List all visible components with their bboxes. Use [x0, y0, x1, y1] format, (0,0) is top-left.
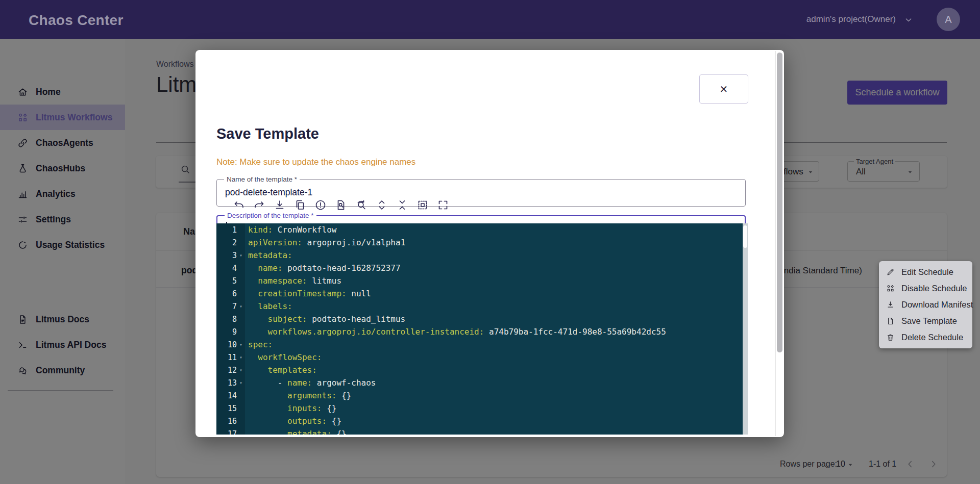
line-number: 10 — [216, 340, 237, 349]
code-text: labels: — [245, 301, 292, 311]
code-text: outputs: {} — [245, 416, 341, 426]
unfold-button[interactable] — [376, 199, 388, 211]
line-number: 2 — [216, 238, 237, 247]
line-number: 3 — [216, 251, 237, 260]
find-file-icon — [335, 199, 347, 211]
code-text: templates: — [245, 365, 317, 375]
line-number: 16 — [216, 417, 237, 426]
fold-button[interactable] — [396, 199, 408, 211]
line-number: 11 — [216, 353, 237, 362]
fold-caret-icon[interactable]: ▾ — [237, 342, 245, 347]
redo-icon — [253, 199, 265, 211]
find-file-button[interactable] — [335, 199, 347, 211]
code-line-6: 6 creationTimestamp: null — [216, 287, 748, 300]
code-text: creationTimestamp: null — [245, 289, 371, 298]
unfold-icon — [376, 199, 388, 211]
select-all-button[interactable] — [416, 199, 429, 211]
copy-button[interactable] — [294, 199, 306, 211]
menu-item-delete-schedule[interactable]: Delete Schedule — [879, 329, 972, 345]
file-icon — [886, 317, 895, 325]
code-text: workflows.argoproj.io/controller-instanc… — [245, 327, 666, 337]
code-line-8: 8 subject: podtato-head_litmus — [216, 313, 748, 325]
code-text: name: podtato-head-1628752377 — [245, 263, 401, 273]
fold-caret-icon[interactable]: ▾ — [237, 367, 245, 373]
code-text: spec: — [245, 340, 273, 349]
code-line-5: 5 namespace: litmus — [216, 274, 748, 287]
code-text: kind: CronWorkflow — [245, 225, 336, 235]
menu-item-label: Disable Schedule — [901, 284, 967, 293]
code-line-2: 2apiVersion: argoproj.io/v1alpha1 — [216, 236, 748, 249]
editor-toolbar — [233, 199, 449, 211]
code-text: subject: podtato-head_litmus — [245, 314, 405, 324]
line-number: 13 — [216, 378, 237, 388]
code-text: inputs: {} — [245, 403, 336, 413]
menu-download-icon — [886, 300, 895, 309]
grid-icon — [886, 284, 895, 293]
fullscreen-icon — [437, 199, 449, 211]
fold-icon — [396, 199, 408, 211]
fold-caret-icon[interactable]: ▾ — [237, 380, 245, 386]
menu-item-label: Save Template — [901, 316, 957, 326]
undo-button[interactable] — [233, 199, 245, 211]
line-number: 5 — [216, 276, 237, 286]
code-line-15: 15 inputs: {} — [216, 402, 748, 415]
close-button[interactable]: ✕ — [699, 74, 748, 104]
line-number: 4 — [216, 264, 237, 273]
screen: Chaos Center admin's project(Owner) A Ho… — [0, 0, 980, 484]
code-line-11: 11▾ workflowSpec: — [216, 351, 748, 364]
line-number: 14 — [216, 391, 237, 400]
menu-item-disable-schedule[interactable]: Disable Schedule — [879, 280, 972, 296]
pencil-icon — [886, 268, 895, 276]
line-number: 7 — [216, 302, 237, 311]
code-line-17: 17 metadata: {} — [216, 427, 748, 435]
menu-item-download-manifest[interactable]: Download Manifest — [879, 296, 972, 313]
find-replace-button[interactable] — [355, 199, 368, 211]
trash-icon — [886, 333, 895, 342]
redo-button[interactable] — [253, 199, 265, 211]
find-replace-icon — [355, 199, 368, 211]
line-number: 15 — [216, 404, 237, 413]
modal-title: Save Template — [216, 125, 319, 142]
close-icon: ✕ — [720, 83, 728, 95]
select-all-icon — [416, 199, 429, 211]
fullscreen-button[interactable] — [437, 199, 449, 211]
line-number: 12 — [216, 366, 237, 375]
code-text: workflowSpec: — [245, 352, 322, 362]
line-number: 6 — [216, 289, 237, 298]
copy-icon — [294, 199, 306, 211]
undo-icon — [233, 199, 245, 211]
fold-caret-icon[interactable]: ▾ — [237, 303, 245, 309]
template-name-label: Name of the template * — [224, 175, 300, 183]
download-button[interactable] — [274, 199, 286, 211]
code-line-4: 4 name: podtato-head-1628752377 — [216, 262, 748, 274]
code-line-1: 1kind: CronWorkflow — [216, 223, 748, 236]
template-description-label: Description of the template * — [225, 212, 316, 219]
line-number: 1 — [216, 225, 237, 235]
editor-scrollbar[interactable] — [743, 223, 748, 435]
fold-caret-icon[interactable]: ▾ — [237, 354, 245, 360]
menu-item-label: Download Manifest — [901, 300, 973, 310]
yaml-editor[interactable]: 1kind: CronWorkflow2apiVersion: argoproj… — [216, 223, 748, 435]
modal-scrollbar-thumb[interactable] — [777, 53, 782, 352]
fold-caret-icon[interactable]: ▾ — [237, 252, 245, 258]
code-line-9: 9 workflows.argoproj.io/controller-insta… — [216, 325, 748, 338]
modal-scrollbar[interactable] — [775, 51, 783, 436]
code-text: namespace: litmus — [245, 276, 341, 286]
code-line-12: 12▾ templates: — [216, 364, 748, 376]
menu-item-edit-schedule[interactable]: Edit Schedule — [879, 264, 972, 280]
chevron-down-icon[interactable] — [903, 15, 914, 25]
avatar[interactable]: A — [937, 8, 960, 31]
editor-scrollbar-thumb[interactable] — [743, 225, 747, 248]
code-line-16: 16 outputs: {} — [216, 415, 748, 427]
app-title: Chaos Center — [29, 12, 124, 29]
code-text: metadata: {} — [245, 429, 347, 435]
modal-note: Note: Make sure to update the chaos engi… — [216, 157, 415, 167]
menu-item-save-template[interactable]: Save Template — [879, 313, 972, 329]
project-selector-label[interactable]: admin's project(Owner) — [806, 14, 896, 24]
code-text: - name: argowf-chaos — [245, 378, 376, 388]
save-template-modal: Save Template ✕ Note: Make sure to updat… — [195, 50, 784, 437]
template-name-value: pod-delete-template-1 — [225, 187, 312, 198]
code-line-7: 7▾ labels: — [216, 300, 748, 313]
code-line-14: 14 arguments: {} — [216, 389, 748, 402]
error-button[interactable] — [314, 199, 327, 211]
